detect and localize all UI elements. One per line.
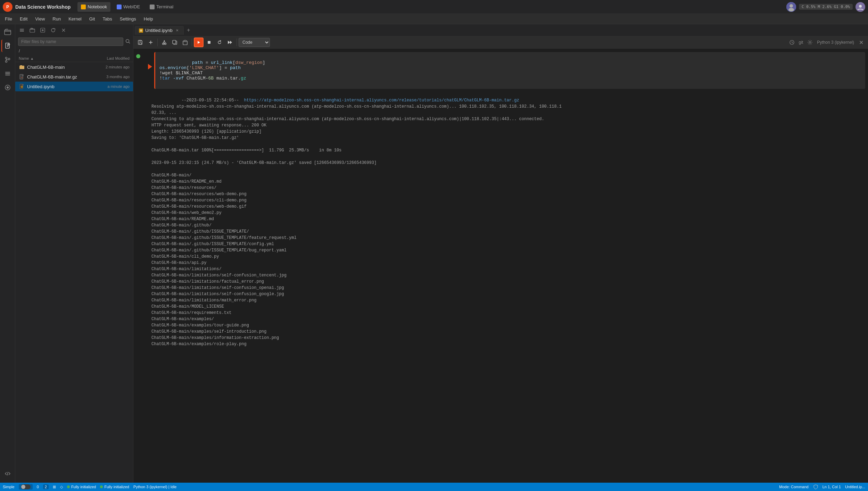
svg-point-3	[790, 4, 793, 8]
menu-help[interactable]: Help	[140, 15, 157, 23]
notebook-tab-untitled[interactable]: Untitled.ipynb ✕	[135, 26, 184, 35]
file-list-header-name[interactable]: Name ▲	[19, 56, 91, 60]
main-layout: / Name ▲ Last Modified ChatGLM-6B-main 2…	[0, 24, 868, 483]
svg-rect-12	[5, 73, 10, 74]
svg-point-15	[7, 86, 9, 89]
svg-text:P: P	[6, 5, 9, 9]
icon-rail	[0, 24, 15, 483]
paste-cell-button[interactable]	[180, 38, 190, 47]
kernel-status: Python 3 (ipykernel) | Idle	[133, 485, 177, 489]
statusbar-zero: 0	[37, 485, 39, 489]
svg-point-58	[809, 42, 811, 43]
folder-icon	[19, 64, 25, 70]
toolbar-separator-1	[157, 39, 158, 46]
current-file: Untitled.ip...	[845, 485, 865, 489]
save-button[interactable]	[135, 38, 145, 47]
statusbar-right: Mode: Command Ln 1, Col 1 Untitled.ip...	[779, 484, 865, 490]
tab-terminal[interactable]: Terminal	[146, 2, 177, 12]
menu-tabs[interactable]: Tabs	[99, 15, 115, 23]
refresh-btn[interactable]	[49, 26, 58, 35]
webide-tab-icon	[117, 5, 122, 9]
cell-count-box: 2	[43, 484, 49, 489]
svg-rect-18	[20, 30, 24, 31]
add-cell-button[interactable]	[146, 38, 156, 47]
svg-line-57	[792, 42, 793, 43]
menu-git[interactable]: Git	[86, 15, 99, 23]
cut-cell-button[interactable]	[159, 38, 169, 47]
rail-icon-extensions[interactable]	[1, 81, 14, 94]
svg-point-4	[788, 8, 794, 11]
statusbar-grid-icon[interactable]: ⊞	[53, 485, 56, 489]
rail-icon-files[interactable]	[1, 40, 14, 52]
menu-kernel[interactable]: Kernel	[65, 15, 85, 23]
rail-icon-list[interactable]	[1, 67, 14, 80]
new-tab-button[interactable]: +	[184, 26, 193, 34]
file-search-input[interactable]	[18, 38, 123, 46]
user-avatar-button[interactable]	[855, 2, 865, 12]
notebook-toolbar-right: git Python 3 (ipykernel) ✕	[787, 38, 866, 47]
app-title: Data Science Workshop	[15, 4, 71, 10]
shield-icon	[813, 484, 818, 490]
rail-icon-folder[interactable]	[1, 26, 14, 38]
file-list-header: Name ▲ Last Modified	[15, 55, 133, 62]
clock-button[interactable]	[787, 38, 797, 47]
cell-input[interactable]: path = url_link[dsw_region] os.environ['…	[154, 52, 865, 89]
menu-file[interactable]: File	[1, 15, 16, 23]
topbar: P Data Science Workshop Notebook WebIDE …	[0, 0, 868, 14]
statusbar: Simple 0 2 ⊞ ◇ Fully initialized Fully i…	[0, 483, 868, 491]
simple-toggle-track	[21, 484, 31, 489]
close-panel-btn[interactable]	[59, 26, 68, 35]
new-folder-btn[interactable]	[28, 26, 37, 35]
copy-cell-button[interactable]	[170, 38, 180, 47]
fully-initialized-2: Fully initialized	[100, 485, 129, 489]
file-item-chatglm-dir[interactable]: ChatGLM-6B-main 2 minutes ago	[15, 62, 133, 72]
menubar: File Edit View Run Kernel Git Tabs Setti…	[0, 14, 868, 24]
run-cell-button[interactable]	[194, 38, 204, 47]
svg-point-9	[5, 61, 7, 63]
file-item-untitled-ipynb[interactable]: Untitled.ipynb a minute ago	[15, 82, 133, 91]
run-all-button[interactable]	[225, 38, 235, 47]
file-item-chatglm-tar[interactable]: gz ChatGLM-6B-main.tar.gz 3 months ago	[15, 72, 133, 82]
svg-line-16	[7, 472, 8, 475]
menu-view[interactable]: View	[32, 15, 48, 23]
restart-kernel-button[interactable]	[215, 38, 224, 47]
svg-rect-50	[184, 40, 186, 42]
fully-initialized-1: Fully initialized	[67, 485, 96, 489]
notebook-tab-close[interactable]: ✕	[174, 28, 180, 33]
settings-gear-button[interactable]	[805, 38, 815, 47]
cell-type-select[interactable]: Code Markdown Raw	[239, 38, 270, 47]
file-modified-chatglm-tar: 3 months ago	[91, 75, 130, 79]
svg-rect-13	[5, 75, 10, 75]
file-name-untitled: Untitled.ipynb	[27, 84, 91, 89]
rail-icon-git[interactable]	[1, 53, 14, 66]
file-name-chatglm-tar: ChatGLM-6B-main.tar.gz	[27, 74, 91, 80]
tab-notebook[interactable]: Notebook	[77, 2, 110, 12]
interrupt-kernel-button[interactable]	[204, 38, 214, 47]
file-name-chatglm-dir: ChatGLM-6B-main	[27, 65, 91, 70]
svg-point-5	[859, 5, 862, 8]
cell-status-indicator	[136, 54, 140, 58]
cell-content: path = url_link[dsw_region] os.environ['…	[147, 52, 865, 356]
mode-label: Mode: Command	[779, 485, 808, 489]
cell-1: path = url_link[dsw_region] os.environ['…	[133, 51, 868, 356]
svg-rect-39	[139, 43, 141, 44]
file-panel-menu-btn[interactable]	[17, 26, 26, 35]
new-launcher-btn[interactable]	[38, 26, 47, 35]
svg-rect-17	[20, 29, 24, 30]
svg-rect-33	[22, 84, 24, 85]
simple-toggle[interactable]	[19, 484, 33, 490]
menu-settings[interactable]: Settings	[116, 15, 140, 23]
gz-file-icon: gz	[19, 74, 25, 80]
svg-marker-51	[198, 41, 200, 44]
tab-webide[interactable]: WebIDE	[113, 2, 143, 12]
perf-badge: C 0.5% M 2.6% G1 0.0%	[799, 4, 853, 10]
toolbar-separator-3	[237, 39, 237, 46]
svg-rect-11	[5, 72, 10, 73]
cell-output: --2023-09-15 22:54:05-- https://atp-mode…	[147, 89, 865, 356]
avatar[interactable]	[786, 2, 796, 12]
rail-icon-code[interactable]	[1, 467, 14, 480]
menu-run[interactable]: Run	[49, 15, 64, 23]
file-modified-chatglm-dir: 2 minutes ago	[91, 65, 130, 69]
menu-edit[interactable]: Edit	[16, 15, 31, 23]
kernel-close-button[interactable]: ✕	[856, 38, 866, 47]
